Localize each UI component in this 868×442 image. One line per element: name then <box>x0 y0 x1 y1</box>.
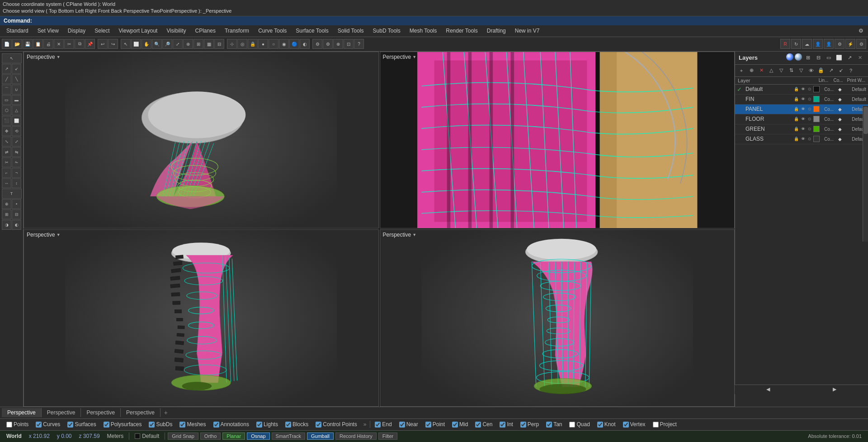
lt-dim2[interactable]: ↕ <box>12 178 21 188</box>
lt-poly1[interactable]: ⬡ <box>2 105 11 115</box>
status-cb-points[interactable] <box>6 422 12 428</box>
vp-tab-0[interactable]: Perspective <box>2 408 42 417</box>
status-cb-curves[interactable] <box>36 422 42 428</box>
tb-zoom4[interactable]: ⊞ <box>193 39 203 49</box>
status-expand[interactable]: » <box>361 421 369 428</box>
layers-icon-tag[interactable]: ⊟ <box>814 53 823 62</box>
lt-scale2[interactable]: ⤢ <box>12 137 21 147</box>
layer-vis-panel[interactable]: 👁 <box>800 106 806 112</box>
lt-select1[interactable]: ↗ <box>2 64 11 74</box>
tb-circle2[interactable]: ○ <box>269 39 278 49</box>
status-cb-end[interactable] <box>375 422 381 428</box>
menu-drafting[interactable]: Drafting <box>482 26 510 35</box>
lt-move2[interactable]: ⟲ <box>12 126 21 136</box>
vp-br-dropdown-icon[interactable]: ▼ <box>412 233 416 237</box>
layers-scroll-thumb[interactable] <box>863 107 868 134</box>
status-cb-surfaces[interactable] <box>67 422 73 428</box>
status-curves[interactable]: Curves <box>32 421 64 428</box>
tb-copy[interactable]: ⧉ <box>75 39 85 49</box>
tb-redo[interactable]: ↪ <box>108 39 118 49</box>
viewport-top-right[interactable]: Perspective ▼ <box>380 52 735 229</box>
status-points[interactable]: Points <box>3 421 32 428</box>
lt-filter[interactable]: ▽ <box>797 66 806 75</box>
status-cb-cen[interactable] <box>475 422 481 428</box>
lt-help2[interactable]: ? <box>846 66 855 75</box>
viewport-bottom-left[interactable]: Perspective ▼ <box>24 229 379 407</box>
viewport-bottom-right[interactable]: Perspective ▼ <box>380 229 735 407</box>
layer-row-default[interactable]: ✓ Default 🔒 👁 ⊙ Co... ◆ Default <box>735 85 868 95</box>
layer-mat-default[interactable]: ⊙ <box>807 86 813 92</box>
lt-down[interactable]: ▽ <box>777 66 786 75</box>
tb-settings2[interactable]: ⚙ <box>835 39 844 49</box>
menu-curve-tools[interactable]: Curve Tools <box>254 26 291 35</box>
tb-snap2[interactable]: ◎ <box>237 39 247 49</box>
menu-new-in-v7[interactable]: New in V7 <box>510 26 544 35</box>
lt-new-sublayer[interactable]: ⊕ <box>747 66 756 75</box>
status-control-points[interactable]: Control Points <box>312 421 360 428</box>
tb-window-sel[interactable]: ⬜ <box>131 39 141 49</box>
tb-user1[interactable]: 👤 <box>813 39 823 49</box>
tb-pan[interactable]: ✋ <box>142 39 151 49</box>
tb-close[interactable]: ✕ <box>54 39 64 49</box>
menu-transform[interactable]: Transform <box>220 26 254 35</box>
bottom-gridsnap[interactable]: Grid Snap <box>168 432 198 440</box>
status-cb-point[interactable] <box>425 422 431 428</box>
tb-sphere[interactable]: 🔵 <box>289 39 299 49</box>
tb-obj1[interactable]: ⚙ <box>312 39 322 49</box>
menu-viewport-layout[interactable]: Viewport Layout <box>114 26 162 35</box>
tb-user2[interactable]: 👤 <box>824 39 834 49</box>
lt-import[interactable]: ↙ <box>836 66 845 75</box>
tb-save[interactable]: 💾 <box>23 39 33 49</box>
bottom-recordhistory[interactable]: Record History <box>335 432 377 440</box>
bottom-smarttrack[interactable]: SmartTrack <box>272 432 305 440</box>
menu-display[interactable]: Display <box>63 26 90 35</box>
layer-mat-floor[interactable]: ⊙ <box>807 116 813 122</box>
lt-fillet1[interactable]: ⌐ <box>2 168 11 178</box>
status-point[interactable]: Point <box>422 421 448 428</box>
status-surfaces[interactable]: Surfaces <box>64 421 99 428</box>
lt-grid1[interactable]: ⊞ <box>2 209 11 219</box>
lt-rect2[interactable]: ▬ <box>12 95 21 105</box>
menu-mesh-tools[interactable]: Mesh Tools <box>405 26 441 35</box>
lt-arc1[interactable]: ⌒ <box>2 85 11 95</box>
layer-lock-fin[interactable]: 🔒 <box>793 96 799 102</box>
status-cb-int[interactable] <box>500 422 505 428</box>
lt-arc2[interactable]: ∪ <box>12 85 21 95</box>
layer-color-green[interactable] <box>813 126 820 132</box>
layers-icon-expand[interactable]: ↗ <box>845 53 854 62</box>
tb-circle3[interactable]: ◉ <box>279 39 289 49</box>
status-cb-vertex[interactable] <box>623 422 629 428</box>
tb-new[interactable]: 📄 <box>2 39 12 49</box>
status-perp[interactable]: Perp <box>517 421 542 428</box>
layers-icon-material[interactable] <box>795 53 802 61</box>
layer-lock-glass[interactable]: 🔒 <box>793 136 799 142</box>
lt-line1[interactable]: ╱ <box>2 74 11 84</box>
layer-row-panel[interactable]: ✓ PANEL 🔒 👁 ⊙ Co... ◆ Default <box>735 105 868 114</box>
menu-surface-tools[interactable]: Surface Tools <box>291 26 333 35</box>
layer-color-panel[interactable] <box>813 106 820 112</box>
tb-zoom3[interactable]: ⊕ <box>183 39 193 49</box>
tb-lock[interactable]: 🔒 <box>248 39 258 49</box>
vp-tab-3[interactable]: Perspective <box>121 408 160 417</box>
status-cb-controlpoints[interactable] <box>316 422 321 428</box>
menu-subd-tools[interactable]: SubD Tools <box>368 26 405 35</box>
status-int[interactable]: Int <box>496 421 516 428</box>
tb-settings3[interactable]: ⚙ <box>856 39 866 49</box>
status-cb-mid[interactable] <box>452 422 458 428</box>
tb-print[interactable]: 🖨 <box>43 39 53 49</box>
status-cb-tan[interactable] <box>546 422 552 428</box>
tb-view1[interactable]: ▦ <box>204 39 214 49</box>
lt-mirror1[interactable]: ⇌ <box>2 147 11 157</box>
status-cen[interactable]: Cen <box>472 421 496 428</box>
menu-setview[interactable]: Set View <box>33 26 63 35</box>
layer-vis-fin[interactable]: 👁 <box>800 96 806 102</box>
viewport-top-left[interactable]: Perspective ▼ <box>24 52 379 229</box>
lt-new-layer[interactable]: + <box>737 66 746 75</box>
status-blocks[interactable]: Blocks <box>282 421 312 428</box>
tb-cut[interactable]: ✂ <box>64 39 74 49</box>
layer-vis-glass[interactable]: 👁 <box>800 136 806 142</box>
tb-view2[interactable]: ⊟ <box>214 39 224 49</box>
layer-color-floor[interactable] <box>813 116 820 122</box>
tb-paste[interactable]: 📌 <box>85 39 95 49</box>
layers-scrollbar[interactable] <box>863 106 868 242</box>
